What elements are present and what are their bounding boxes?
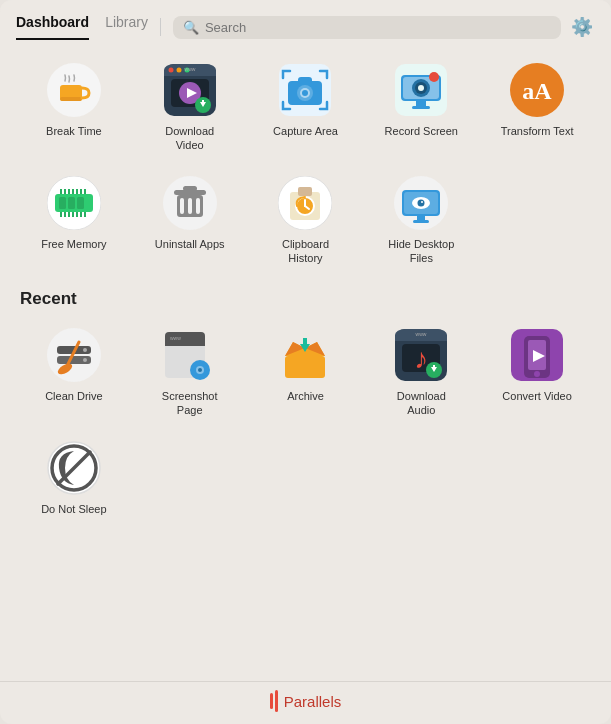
svg-point-27	[418, 85, 424, 91]
svg-point-70	[421, 201, 423, 203]
transform-text-label: Transform Text	[501, 124, 574, 138]
svg-rect-42	[76, 212, 78, 217]
record-screen-label: Record Screen	[385, 124, 458, 138]
free-memory-label: Free Memory	[41, 237, 106, 251]
uninstall-apps-label: Uninstall Apps	[155, 237, 225, 251]
do-not-sleep-icon-wrap	[46, 440, 102, 496]
clipboard-history-label: ClipboardHistory	[282, 237, 329, 266]
recent-icon-grid: Clean Drive www	[16, 317, 595, 524]
svg-point-28	[429, 72, 439, 82]
clean-drive-label: Clean Drive	[45, 389, 102, 403]
svg-rect-46	[64, 189, 66, 194]
svg-rect-41	[72, 212, 74, 217]
svg-point-20	[302, 90, 308, 96]
hide-desktop-files-item[interactable]: Hide DesktopFiles	[363, 165, 479, 274]
clipboard-history-item[interactable]: ClipboardHistory	[248, 165, 364, 274]
record-screen-item[interactable]: Record Screen	[363, 52, 479, 161]
svg-point-77	[83, 358, 87, 362]
archive-label: Archive	[287, 389, 324, 403]
svg-rect-37	[77, 197, 84, 209]
svg-rect-54	[180, 198, 184, 214]
svg-rect-58	[183, 186, 197, 191]
break-time-label: Break Time	[46, 124, 102, 138]
svg-rect-71	[417, 216, 425, 220]
svg-rect-43	[80, 212, 82, 217]
svg-point-88	[198, 368, 202, 372]
header-divider	[160, 18, 161, 36]
svg-rect-91	[303, 338, 307, 346]
do-not-sleep-label: Do Not Sleep	[41, 502, 106, 516]
tab-library[interactable]: Library	[105, 14, 148, 40]
svg-rect-89	[285, 356, 325, 378]
svg-rect-2	[60, 97, 82, 101]
parallels-icon	[270, 690, 278, 712]
screenshot-page-item[interactable]: www ScreenshotPage	[132, 317, 248, 426]
svg-rect-45	[60, 189, 62, 194]
svg-rect-15	[202, 100, 204, 105]
uninstall-apps-item[interactable]: Uninstall Apps	[132, 165, 248, 274]
tabs: Dashboard Library	[16, 14, 148, 40]
transform-text-item[interactable]: aA Transform Text	[479, 52, 595, 161]
uninstall-apps-icon-wrap	[162, 175, 218, 231]
clipboard-history-icon-wrap	[277, 175, 333, 231]
main-icon-grid: Break Time www	[16, 52, 595, 273]
svg-rect-51	[84, 189, 86, 194]
capture-area-icon-wrap	[277, 62, 333, 118]
free-memory-item[interactable]: Free Memory	[16, 165, 132, 274]
svg-point-69	[418, 199, 425, 206]
svg-rect-35	[59, 197, 66, 209]
svg-point-76	[83, 348, 87, 352]
svg-text:aA: aA	[522, 78, 552, 104]
break-time-icon-wrap	[46, 62, 102, 118]
svg-text:www: www	[170, 335, 181, 341]
record-screen-icon-wrap	[393, 62, 449, 118]
capture-area-label: Capture Area	[273, 124, 338, 138]
settings-button[interactable]: ⚙️	[569, 14, 595, 40]
svg-rect-44	[84, 212, 86, 217]
svg-rect-36	[68, 197, 75, 209]
svg-rect-47	[68, 189, 70, 194]
svg-point-7	[176, 68, 181, 73]
break-time-item[interactable]: Break Time	[16, 52, 132, 161]
app-window: Dashboard Library 🔍 ⚙️	[0, 0, 611, 724]
download-audio-label: DownloadAudio	[397, 389, 446, 418]
header: Dashboard Library 🔍 ⚙️	[0, 0, 611, 40]
parallels-bar-1	[270, 693, 273, 709]
svg-rect-39	[64, 212, 66, 217]
tab-dashboard[interactable]: Dashboard	[16, 14, 89, 40]
search-input[interactable]	[205, 20, 551, 35]
convert-video-icon-wrap	[509, 327, 565, 383]
download-video-icon-wrap: www	[162, 62, 218, 118]
svg-rect-30	[412, 106, 430, 109]
archive-item[interactable]: Archive	[248, 317, 364, 426]
svg-rect-100	[433, 365, 435, 370]
svg-rect-21	[298, 77, 312, 84]
svg-text:www: www	[184, 66, 195, 72]
search-icon: 🔍	[183, 20, 199, 35]
svg-rect-55	[188, 198, 192, 214]
screenshot-page-label: ScreenshotPage	[162, 389, 218, 418]
parallels-logo: Parallels	[270, 690, 342, 712]
capture-area-item[interactable]: Capture Area	[248, 52, 364, 161]
svg-rect-38	[60, 212, 62, 217]
download-video-label: DownloadVideo	[165, 124, 214, 153]
search-box[interactable]: 🔍	[173, 16, 561, 39]
clean-drive-item[interactable]: Clean Drive	[16, 317, 132, 426]
free-memory-icon-wrap	[46, 175, 102, 231]
do-not-sleep-item[interactable]: Do Not Sleep	[16, 430, 132, 524]
download-video-item[interactable]: www DownloadVideo	[132, 52, 248, 161]
svg-rect-61	[298, 187, 312, 196]
svg-text:♪: ♪	[414, 343, 428, 374]
svg-text:www: www	[416, 331, 427, 337]
archive-icon-wrap	[277, 327, 333, 383]
footer: Parallels	[0, 681, 611, 724]
download-audio-icon-wrap: www ♪	[393, 327, 449, 383]
gear-icon: ⚙️	[571, 17, 593, 37]
parallels-brand-name: Parallels	[284, 693, 342, 710]
convert-video-item[interactable]: Convert Video	[479, 317, 595, 426]
hide-desktop-files-icon-wrap	[393, 175, 449, 231]
main-content: Break Time www	[0, 40, 611, 681]
download-audio-item[interactable]: www ♪ DownloadAudio	[363, 317, 479, 426]
svg-rect-49	[76, 189, 78, 194]
convert-video-label: Convert Video	[502, 389, 572, 403]
